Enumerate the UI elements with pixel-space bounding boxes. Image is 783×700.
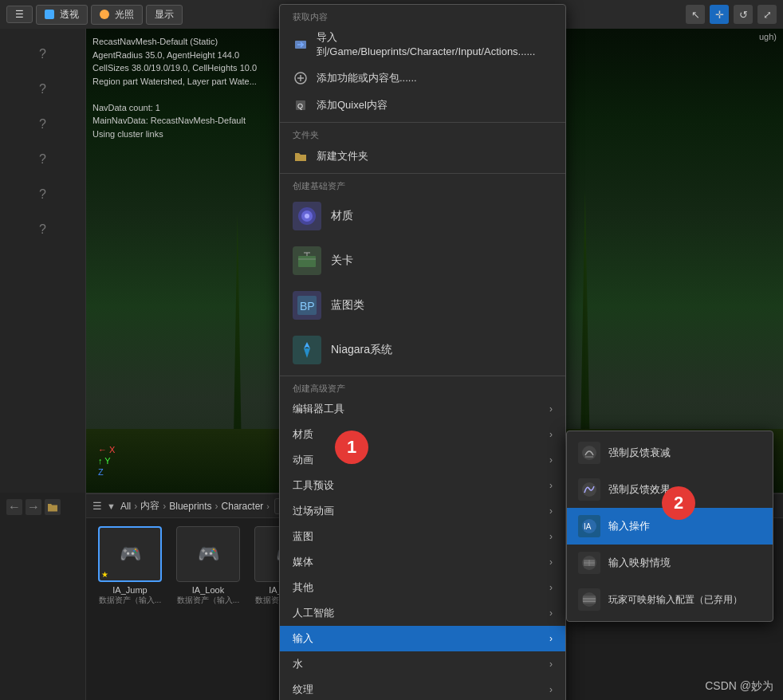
niagara-icon bbox=[293, 336, 321, 364]
editor-tools-label: 编辑器工具 bbox=[293, 402, 344, 416]
nav-line-6: MainNavData: RecastNavMesh-Default bbox=[92, 114, 257, 128]
force-feedback-effect-icon bbox=[578, 478, 600, 501]
badge-1: 1 bbox=[335, 431, 368, 464]
nav-line-3: CellSizes 38.0/19.0/19.0, CellHeights 10… bbox=[92, 61, 257, 75]
new-folder-label: 新建文件夹 bbox=[317, 149, 368, 163]
water-label: 水 bbox=[293, 657, 303, 671]
menu-blueprint-item[interactable]: BP 蓝图类 bbox=[280, 283, 565, 328]
breadcrumb-more[interactable]: › bbox=[266, 501, 270, 511]
asset-ia-look[interactable]: 🎮 IA_Look 数据资产（输入... bbox=[172, 526, 244, 606]
content-left-strip: ← → bbox=[0, 493, 86, 700]
back-btn[interactable]: ← bbox=[6, 499, 22, 515]
left-icon-6[interactable]: ? bbox=[30, 217, 56, 242]
input-action-label: 输入操作 bbox=[608, 519, 650, 533]
lighting-btn[interactable]: 光照 bbox=[91, 5, 143, 25]
submenu-player-mappable[interactable]: 玩家可映射输入配置（已弃用） bbox=[567, 581, 773, 618]
left-icon-5[interactable]: ? bbox=[30, 182, 56, 207]
menu-new-folder-item[interactable]: 新建文件夹 bbox=[280, 143, 565, 170]
left-icon-2[interactable]: ? bbox=[30, 77, 56, 102]
menu-water[interactable]: 水› bbox=[280, 651, 565, 677]
y-axis: ↑ Y bbox=[98, 456, 115, 466]
display-btn[interactable]: 显示 bbox=[146, 5, 183, 25]
menu-material-item[interactable]: 材质 bbox=[280, 194, 565, 238]
submenu-input-mapping[interactable]: 输入映射情境 bbox=[567, 545, 773, 581]
nav-line-4: Region part Watershed, Layer part Wate..… bbox=[92, 75, 257, 88]
forward-btn[interactable]: → bbox=[26, 499, 41, 515]
scale-icon-btn[interactable]: ⤢ bbox=[757, 5, 777, 24]
left-panel: ? ? ? ? ? ? bbox=[0, 29, 86, 493]
menu-material-adv[interactable]: 材质› bbox=[280, 422, 565, 447]
material-adv-label: 材质 bbox=[293, 427, 313, 442]
breadcrumb-all[interactable]: All bbox=[120, 501, 131, 512]
svg-rect-20 bbox=[583, 601, 596, 602]
blueprint-label: 蓝图类 bbox=[331, 298, 364, 313]
niagara-label: Niagara系统 bbox=[331, 343, 392, 357]
tool-presets-label: 工具预设 bbox=[293, 478, 334, 493]
folder-nav-icon[interactable] bbox=[45, 499, 61, 515]
breadcrumb-blueprints[interactable]: Blueprints bbox=[169, 501, 211, 512]
badge-2: 2 bbox=[662, 486, 695, 520]
menu-add-feature-item[interactable]: 添加功能或内容包...... bbox=[280, 65, 565, 92]
nav-line-7: Using cluster links bbox=[92, 128, 257, 141]
player-mappable-label: 玩家可映射输入配置（已弃用） bbox=[608, 593, 742, 607]
import-icon bbox=[293, 37, 309, 53]
menu-basic-assets-section: 创建基础资产 材质 关卡 BP 蓝图类 Niagara系统 bbox=[280, 174, 565, 376]
input-mapping-label: 输入映射情境 bbox=[608, 556, 671, 570]
submenu-force-feedback-attenuation[interactable]: 强制反馈衰减 bbox=[567, 435, 773, 471]
menu-editor-tools[interactable]: 编辑器工具› bbox=[280, 396, 565, 422]
blueprint-adv-label: 蓝图 bbox=[293, 529, 313, 544]
ia-jump-sub: 数据资产（输入... bbox=[99, 595, 161, 606]
menu-other[interactable]: 其他› bbox=[280, 575, 565, 600]
input-submenu: 强制反馈衰减 强制反馈效果 IA 输入操作 输入映射情境 玩家可映射输入配置（已… bbox=[566, 431, 773, 622]
menu-media[interactable]: 媒体› bbox=[280, 549, 565, 575]
z-axis: Z bbox=[98, 467, 115, 477]
menu-add-quixel-item[interactable]: Q 添加Quixel内容 bbox=[280, 92, 565, 119]
menu-import-item[interactable]: 导入到/Game/Blueprints/Character/Input/Acti… bbox=[280, 25, 565, 65]
svg-rect-19 bbox=[583, 600, 596, 600]
context-menu: 获取内容 导入到/Game/Blueprints/Character/Input… bbox=[279, 4, 566, 700]
axis-indicator: ← X ↑ Y Z bbox=[98, 445, 115, 477]
menu-blueprint-adv[interactable]: 蓝图› bbox=[280, 524, 565, 549]
input-action-icon: IA bbox=[578, 515, 600, 537]
svg-point-10 bbox=[582, 446, 596, 460]
menu-input[interactable]: 输入› bbox=[280, 626, 565, 651]
ia-jump-name: IA_Jump bbox=[112, 585, 147, 595]
menu-level-item[interactable]: 关卡 bbox=[280, 238, 565, 283]
menu-texture[interactable]: 纹理› bbox=[280, 677, 565, 700]
level-label: 关卡 bbox=[331, 254, 353, 268]
other-label: 其他 bbox=[293, 580, 313, 595]
top-right-icons: ↖ ✛ ↺ ⤢ bbox=[686, 5, 777, 24]
perspective-btn[interactable]: 透视 bbox=[36, 5, 88, 25]
menu-take-content-section: 获取内容 导入到/Game/Blueprints/Character/Input… bbox=[280, 5, 565, 123]
filter-icon[interactable]: ☰ bbox=[92, 500, 102, 512]
ai-label: 人工智能 bbox=[293, 606, 334, 620]
input-label: 输入 bbox=[293, 631, 313, 646]
nav-line-2: AgentRadius 35.0, AgentHeight 144.0 bbox=[92, 49, 257, 62]
svg-text:BP: BP bbox=[300, 300, 315, 313]
asset-ia-jump[interactable]: 🎮 ★ IA_Jump 数据资产（输入... bbox=[94, 526, 166, 606]
player-mappable-icon bbox=[578, 588, 600, 611]
viewport-speed: ugh) bbox=[759, 32, 777, 41]
menu-tool-presets[interactable]: 工具预设› bbox=[280, 473, 565, 498]
watermark: CSDN @妙为 bbox=[705, 679, 773, 694]
basic-assets-label: 创建基础资产 bbox=[280, 177, 565, 194]
menu-niagara-item[interactable]: Niagara系统 bbox=[280, 328, 565, 372]
nav-info-overlay: RecastNavMesh-Default (Static) AgentRadi… bbox=[92, 35, 257, 140]
move-icon-btn[interactable]: ✛ bbox=[710, 5, 729, 24]
svg-rect-18 bbox=[583, 598, 596, 599]
filter-arrow[interactable]: ▼ bbox=[107, 501, 116, 511]
left-icon-3[interactable]: ? bbox=[30, 112, 56, 137]
menu-animation[interactable]: 动画› bbox=[280, 447, 565, 473]
add-quixel-icon: Q bbox=[293, 97, 309, 113]
left-icon-1[interactable]: ? bbox=[30, 41, 56, 67]
svg-text:Q: Q bbox=[297, 102, 303, 110]
breadcrumb-character[interactable]: Character bbox=[222, 501, 264, 512]
input-mapping-icon bbox=[578, 552, 600, 574]
hamburger-btn[interactable]: ☰ bbox=[6, 6, 33, 23]
menu-cinematics[interactable]: 过场动画› bbox=[280, 498, 565, 524]
left-icon-4[interactable]: ? bbox=[30, 147, 56, 172]
rotate-icon-btn[interactable]: ↺ bbox=[734, 5, 753, 24]
menu-ai[interactable]: 人工智能› bbox=[280, 600, 565, 626]
cursor-icon-btn[interactable]: ↖ bbox=[686, 5, 705, 24]
breadcrumb-content[interactable]: 内容 bbox=[140, 499, 159, 513]
